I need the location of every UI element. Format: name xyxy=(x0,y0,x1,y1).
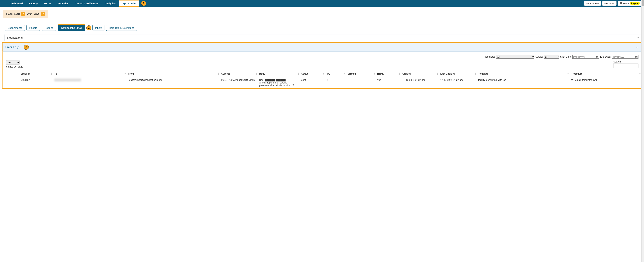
email-logs-filter-row: Template: all Status: all Start Date: mm… xyxy=(2,55,642,60)
sort-icon: ▲▼ xyxy=(374,72,375,75)
status-filter-select[interactable]: all xyxy=(544,55,559,59)
divider xyxy=(2,22,642,22)
notifications-title: Notifications xyxy=(7,36,23,40)
notifications-accordion-header[interactable]: Notifications xyxy=(4,34,642,41)
cell-errmsg xyxy=(346,77,376,88)
entries-per-page-select[interactable]: 10 xyxy=(6,60,20,65)
top-navbar: Dashboard Faculty Forms Activities Annua… xyxy=(0,0,644,7)
sys-stats-button[interactable]: Sys. Stats xyxy=(602,1,616,6)
fiscal-year-value: 2024 - 2025 xyxy=(27,13,40,15)
nav-analytics[interactable]: Analytics xyxy=(102,0,119,7)
annotation-2-icon: 2 xyxy=(86,25,91,30)
status-button[interactable]: ? Status Legend xyxy=(618,1,642,6)
col-body[interactable]: Body▲▼ xyxy=(258,71,300,77)
cell-to: ████████████████ xyxy=(53,77,126,88)
notifications-button[interactable]: Notifications xyxy=(584,1,601,6)
col-html[interactable]: HTML▲▼ xyxy=(376,71,401,77)
vertical-scrollbar[interactable] xyxy=(641,0,644,89)
nav-faculty[interactable]: Faculty xyxy=(26,0,41,7)
col-template[interactable]: Template▲▼ xyxy=(477,71,570,77)
subtab-people[interactable]: People xyxy=(26,25,40,31)
cell-from: ucoatssupport@mednet.ucla.edu xyxy=(126,77,220,88)
sort-icon: ▲▼ xyxy=(298,72,299,75)
scrollbar-thumb[interactable] xyxy=(642,0,644,6)
end-date-input[interactable]: mm/dd/yyyy xyxy=(612,55,638,59)
status-button-label: Status xyxy=(623,2,630,5)
nav-dashboard[interactable]: Dashboard xyxy=(7,0,26,7)
svg-text:?: ? xyxy=(620,2,621,4)
table-header-row: Email ID▲▼ To▲▼ From▲▼ Subject▲▼ Body▲▼ … xyxy=(2,71,642,77)
sort-icon: ▲▼ xyxy=(399,72,400,75)
search-control: Search: xyxy=(613,60,638,68)
col-email-id[interactable]: Email ID▲▼ xyxy=(19,71,53,77)
annotation-1-icon: 1 xyxy=(141,1,146,6)
email-logs-title: Email Logs xyxy=(5,46,20,49)
chevron-up-icon xyxy=(636,46,639,49)
subtab-notifications-email[interactable]: Notifications/Email xyxy=(58,25,85,31)
nav-forms[interactable]: Forms xyxy=(41,0,54,7)
sort-icon: ▲▼ xyxy=(51,72,52,75)
fiscal-year-control: Fiscal Year: < 2024 - 2025 > xyxy=(3,10,48,18)
entries-per-page-control: 10 entries per page xyxy=(6,60,23,68)
cell-subject: 2024 - 2025 Annual Certification xyxy=(220,77,258,88)
svg-rect-2 xyxy=(596,56,598,58)
col-from[interactable]: From▲▼ xyxy=(126,71,220,77)
start-date-input[interactable]: mm/dd/yyyy xyxy=(572,55,599,59)
cell-email-id: 9164157 xyxy=(19,77,53,88)
subtab-row: Departments People Reports Notifications… xyxy=(0,23,644,34)
notifications-section: Notifications xyxy=(4,34,642,41)
template-filter-label: Template: xyxy=(485,55,495,58)
search-label: Search: xyxy=(613,60,621,63)
sort-icon: ▲▼ xyxy=(639,72,641,75)
calendar-icon xyxy=(596,56,598,58)
table-row: 9164157 ████████████████ ucoatssupport@m… xyxy=(2,77,642,88)
sort-icon: ▲▼ xyxy=(218,72,219,75)
fiscal-year-prev-button[interactable]: < xyxy=(21,12,25,16)
col-try[interactable]: Try▲▼ xyxy=(325,71,346,77)
status-filter-label: Status: xyxy=(536,55,543,58)
template-filter-select[interactable]: all xyxy=(496,55,534,59)
sort-icon: ▲▼ xyxy=(344,72,346,75)
sort-icon: ▲▼ xyxy=(567,72,569,75)
cell-body: Dear ██████ ██████: Annual reporting of … xyxy=(258,77,300,88)
subtab-reports[interactable]: Reports xyxy=(42,25,56,31)
col-to[interactable]: To▲▼ xyxy=(53,71,126,77)
subtab-help-text-definitions[interactable]: Help Text & Definitions xyxy=(106,25,137,31)
col-status[interactable]: Status▲▼ xyxy=(300,71,325,77)
cell-status: sent xyxy=(300,77,325,88)
search-input[interactable] xyxy=(613,63,638,68)
sort-icon: ▲▼ xyxy=(323,72,325,75)
start-date-label: Start Date: xyxy=(560,55,572,58)
sort-icon: ▲▼ xyxy=(256,72,257,75)
table-top-controls: 10 entries per page Search: xyxy=(2,60,642,69)
email-logs-table: Email ID▲▼ To▲▼ From▲▼ Subject▲▼ Body▲▼ … xyxy=(2,71,642,88)
svg-rect-6 xyxy=(636,56,638,58)
end-date-placeholder: mm/dd/yyyy xyxy=(612,56,624,58)
col-subject[interactable]: Subject▲▼ xyxy=(220,71,258,77)
cell-procedure: ctrl_email::template::eval xyxy=(570,77,642,88)
col-created[interactable]: Created▲▼ xyxy=(401,71,439,77)
subtab-import[interactable]: mport xyxy=(92,25,104,31)
col-errmsg[interactable]: Errmsg▲▼ xyxy=(346,71,376,77)
start-date-placeholder: mm/dd/yyyy xyxy=(573,56,585,58)
nav-app-admin[interactable]: App Admin xyxy=(119,0,139,7)
legend-pill: Legend xyxy=(630,2,640,5)
sort-icon: ▲▼ xyxy=(124,72,126,75)
sort-icon: ▲▼ xyxy=(437,72,438,75)
col-procedure[interactable]: Procedure▲▼ xyxy=(570,71,642,77)
fiscal-year-next-button[interactable]: > xyxy=(41,12,45,16)
subtab-departments[interactable]: Departments xyxy=(5,25,25,31)
email-logs-accordion-header[interactable]: Email Logs 3 xyxy=(2,43,642,52)
col-last-updated[interactable]: Last Updated▲▼ xyxy=(439,71,477,77)
sort-icon: ▲▼ xyxy=(474,72,476,75)
nav-activities[interactable]: Activities xyxy=(54,0,72,7)
fiscal-year-label: Fiscal Year: xyxy=(6,13,20,15)
nav-annual-certification[interactable]: Annual Certification xyxy=(72,0,102,7)
cell-try: 1 xyxy=(325,77,346,88)
subtab-highlight-wrap: Notifications/Email xyxy=(58,24,85,31)
email-logs-section: Email Logs 3 Template: all Status: all S… xyxy=(2,42,642,89)
help-icon: ? xyxy=(620,2,622,5)
cell-template: faculty_separated_with_ac xyxy=(477,77,570,88)
chevron-down-icon xyxy=(636,37,639,39)
cell-html: Yes xyxy=(376,77,401,88)
